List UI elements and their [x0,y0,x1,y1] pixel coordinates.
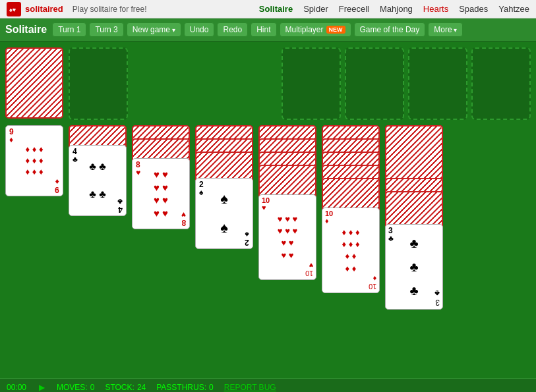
turn1-btn[interactable]: Turn 1 [52,22,86,37]
nav-spades[interactable]: Spades [459,4,488,14]
browser-bar: ♠♥ solitaired Play solitaire for free! S… [0,0,536,18]
column-2: 4♣ ♣ ♣♣ ♣ 4♣ [69,125,128,257]
column-6: 10♦ ♦ ♦ ♦♦ ♦ ♦♦ ♦♦ ♦ 10♦ [322,125,381,349]
new-game-btn[interactable]: New game [127,22,181,37]
passthrus-display: PASSTHRUS: 0 [156,383,213,392]
status-bar: 00:00 ▶ MOVES: 0 STOCK: 24 PASSTHRUS: 0 … [0,378,536,392]
stock-label: STOCK: [105,383,134,392]
timer-display: 00:00 [7,383,26,392]
card-10h[interactable]: 10♥ ♥ ♥ ♥♥ ♥ ♥♥ ♥♥ ♥ 10♥ [258,194,316,280]
nav-hearts[interactable]: Hearts [423,4,448,14]
stock-card[interactable] [5,47,63,119]
card-pips: ♦ ♦ ♦♦ ♦ ♦♦ ♦♦ ♦ [342,227,359,275]
logo-icon: ♠♥ [7,2,21,16]
rank-top: 4♣ [73,148,78,163]
column-5: 10♥ ♥ ♥ ♥♥ ♥ ♥♥ ♥♥ ♥ 10♥ [258,125,318,329]
column-3: 8♥ ♥ ♥♥ ♥♥ ♥♥ ♥ 8♥ [132,125,191,290]
foundation-4[interactable] [471,47,531,120]
column-1: 9♦ ♦ ♦ ♦♦ ♦ ♦♦ ♦ ♦ 9♦ [5,125,65,376]
undo-btn[interactable]: Undo [184,22,215,37]
moves-display: MOVES: 0 [57,383,94,392]
card-pips: ♥ ♥♥ ♥♥ ♥♥ ♥ [154,168,168,219]
column-7: 3♣ ♣♣♣ 3♣ [385,125,444,376]
top-row [5,47,531,120]
more-btn[interactable]: More [428,22,463,37]
rank-top: 3♣ [388,227,394,242]
card-10d[interactable]: 10♦ ♦ ♦ ♦♦ ♦ ♦♦ ♦♦ ♦ 10♦ [322,208,380,293]
nav-freecell[interactable]: Freecell [339,4,369,14]
card-pips: ♠♠ [220,184,228,242]
rank-bottom: 10♦ [369,275,376,291]
passthrus-label: PASSTHRUS: [156,383,206,392]
nav-yahtzee[interactable]: Yahtzee [498,4,529,14]
rank-bottom: 3♣ [434,289,440,307]
stock-pile[interactable] [5,47,65,120]
card-9d[interactable]: 9♦ ♦ ♦ ♦♦ ♦ ♦♦ ♦ ♦ 9♦ [5,125,63,196]
card-3c[interactable]: 3♣ ♣♣♣ 3♣ [385,224,443,310]
card-pips: ♦ ♦ ♦♦ ♦ ♦♦ ♦ ♦ [25,144,43,178]
logo-area: ♠♥ solitaired Play solitaire for free! [7,2,147,16]
turn3-btn[interactable]: Turn 3 [89,22,123,37]
rank-bottom: 10♥ [305,262,313,277]
rank-bottom: 4♣ [117,198,123,213]
game-title: Solitaire [5,24,47,36]
card-pips: ♣ ♣♣ ♣ [89,160,105,201]
foundation-2[interactable] [345,47,404,120]
foundation-1[interactable] [282,47,341,120]
card-8h[interactable]: 8♥ ♥ ♥♥ ♥♥ ♥♥ ♥ 8♥ [132,158,190,229]
hint-btn[interactable]: Hint [251,22,276,37]
tagline: Play solitaire for free! [73,5,147,14]
card-pips: ♥ ♥ ♥♥ ♥ ♥♥ ♥♥ ♥ [278,213,297,262]
stock-display: STOCK: 24 [105,383,146,392]
top-nav: Solitaire Spider Freecell Mahjong Hearts… [259,4,529,14]
toolbar: Solitaire Turn 1 Turn 3 New game Undo Re… [0,18,536,42]
stock-value: 24 [137,383,146,392]
multiplayer-label: Multiplayer [285,25,324,34]
moves-label: MOVES: [57,383,88,392]
redo-btn[interactable]: Redo [217,22,248,37]
game-of-day-btn[interactable]: Game of the Day [354,22,426,37]
waste-pile [69,47,128,120]
nav-spider[interactable]: Spider [303,4,328,14]
foundation-3[interactable] [408,47,467,120]
game-area: 9♦ ♦ ♦ ♦♦ ♦ ♦♦ ♦ ♦ 9♦ 4♣ ♣ ♣♣ ♣ 4♣ [0,42,536,378]
rank-top: 10♦ [325,210,333,225]
rank-top: 10♥ [262,197,270,211]
rank-top: 9♦ [9,128,14,144]
tableau: 9♦ ♦ ♦ ♦♦ ♦ ♦♦ ♦ ♦ 9♦ 4♣ ♣ ♣♣ ♣ 4♣ [5,125,531,376]
play-pause-btn[interactable]: ▶ [37,383,46,392]
rank-bottom: 2♠ [245,231,249,246]
rank-top: 8♥ [136,161,140,177]
rank-bottom: 8♥ [181,211,186,227]
svg-text:♠♥: ♠♥ [9,7,16,13]
card-2s[interactable]: 2♠ ♠♠ 2♠ [195,178,253,249]
site-name[interactable]: solitaired [25,4,63,14]
moves-value: 0 [90,383,95,392]
rank-bottom: 9♦ [55,178,59,194]
nav-mahjong[interactable]: Mahjong [380,4,413,14]
rank-top: 2♠ [199,181,204,196]
nav-solitaire[interactable]: Solitaire [259,4,293,14]
time-value: 00:00 [7,383,26,392]
multiplayer-btn[interactable]: Multiplayer NEW [280,22,351,37]
column-4: 2♠ ♠♠ 2♠ [195,125,254,310]
passthrus-value: 0 [209,383,214,392]
new-badge: NEW [326,26,345,34]
card-4c[interactable]: 4♣ ♣ ♣♣ ♣ 4♣ [69,145,127,216]
report-bug-link[interactable]: REPORT BUG [224,383,276,392]
card-pips: ♣♣♣ [409,231,418,302]
